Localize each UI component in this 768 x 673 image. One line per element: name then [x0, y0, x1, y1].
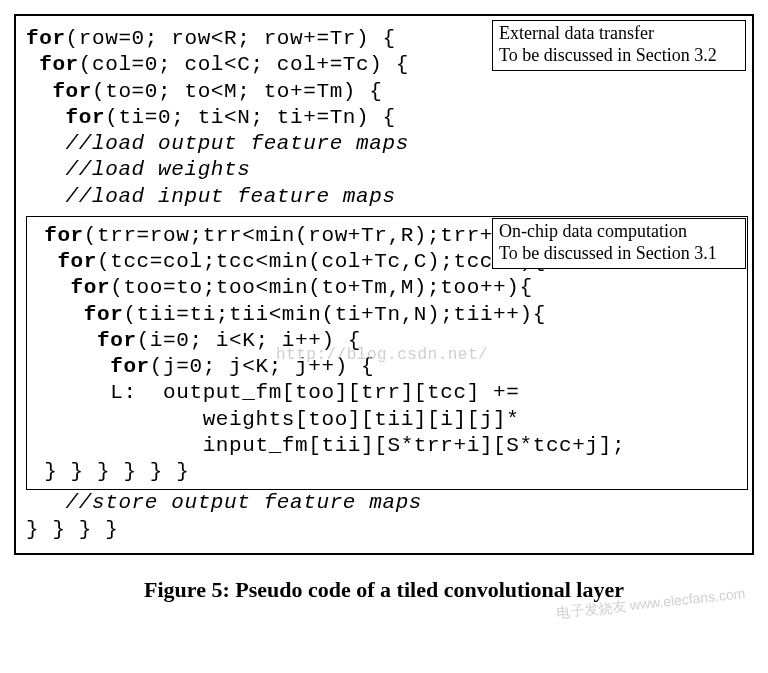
note-line: To be discussed in Section 3.1: [499, 243, 739, 265]
code-text: (ti=0; ti<N; ti+=Tn) {: [105, 106, 395, 129]
comment: //store output feature maps: [66, 491, 422, 514]
code-body: L: output_fm[too][trr][tcc] +=: [110, 381, 519, 404]
code-text: (to=0; to<M; to+=Tm) {: [92, 80, 382, 103]
code-body: input_fm[tii][S*trr+i][S*tcc+j];: [123, 434, 625, 457]
kw-for: for: [39, 53, 79, 76]
code-text: (tcc=col;tcc<min(col+Tc,C);tcc++){: [97, 250, 546, 273]
kw-for: for: [84, 303, 124, 326]
kw-for: for: [44, 224, 84, 247]
note-external-transfer: External data transfer To be discussed i…: [492, 20, 746, 71]
code-text: (i=0; i<K; i++) {: [137, 329, 361, 352]
code-text: (tii=ti;tii<min(ti+Tn,N);tii++){: [123, 303, 545, 326]
code-text: (too=to;too<min(to+Tm,M);too++){: [110, 276, 532, 299]
code-body: weights[too][tii][i][j]*: [123, 408, 519, 431]
code-text: (row=0; row<R; row+=Tr) {: [66, 27, 396, 50]
note-line: On-chip data computation: [499, 221, 739, 243]
comment: //load weights: [66, 158, 251, 181]
kw-for: for: [97, 329, 137, 352]
code-close: } } } } } }: [44, 460, 189, 483]
code-text: (trr=row;trr<min(row+Tr,R);trr++){: [84, 224, 533, 247]
comment: //load output feature maps: [66, 132, 409, 155]
code-text: (col=0; col<C; col+=Tc) {: [79, 53, 409, 76]
kw-for: for: [57, 250, 97, 273]
note-onchip-compute: On-chip data computation To be discussed…: [492, 218, 746, 269]
note-line: To be discussed in Section 3.2: [499, 45, 739, 67]
kw-for: for: [71, 276, 111, 299]
kw-for: for: [66, 106, 106, 129]
comment: //load input feature maps: [66, 185, 396, 208]
figure-frame: External data transfer To be discussed i…: [14, 14, 754, 555]
code-text: (j=0; j<K; j++) {: [150, 355, 374, 378]
kw-for: for: [110, 355, 150, 378]
figure-caption: Figure 5: Pseudo code of a tiled convolu…: [14, 577, 754, 603]
code-after: //store output feature maps } } } }: [26, 490, 746, 543]
note-line: External data transfer: [499, 23, 739, 45]
code-close: } } } }: [26, 518, 118, 541]
kw-for: for: [26, 27, 66, 50]
kw-for: for: [52, 80, 92, 103]
